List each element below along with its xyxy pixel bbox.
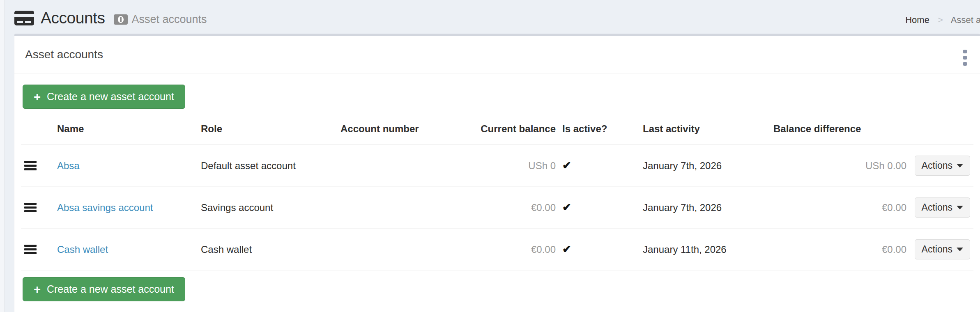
vertical-ellipsis-icon[interactable] [963,50,967,66]
actions-button[interactable]: Actions [915,156,970,176]
actions-button[interactable]: Actions [915,239,970,259]
column-header-role: Role [198,114,337,145]
collapsed-sidebar-strip [0,0,5,312]
caret-down-icon [957,164,963,167]
actions-cell: Actions [910,145,973,187]
actions-cell: Actions [910,229,973,271]
name-cell: Cash wallet [54,229,198,271]
asset-accounts-card: Asset accounts + Create a new asset acco… [14,34,980,312]
actions-button-label: Actions [922,160,952,171]
last-activity-cell: January 7th, 2026 [640,145,770,187]
breadcrumb-home-link[interactable]: Home [905,15,929,25]
create-asset-account-button-top[interactable]: + Create a new asset account [23,85,185,109]
account-name-link[interactable]: Absa [57,160,80,171]
column-header-is-active: Is active? [559,114,640,145]
is-active-cell: ✔ [559,145,640,187]
balance-difference-cell: €0.00 [770,187,910,229]
content-wrapper: Accounts Asset accounts Home > Asset acc… [5,0,980,312]
current-balance-cell: €0.00 [473,187,559,229]
column-header-last-activity: Last activity [640,114,770,145]
account-number-cell [337,145,473,187]
breadcrumb-current: Asset accounts [951,15,980,25]
actions-cell: Actions [910,187,973,229]
account-name-link[interactable]: Cash wallet [57,244,108,255]
column-header-drag [21,114,54,145]
actions-button[interactable]: Actions [915,197,970,218]
check-icon: ✔ [562,159,571,172]
role-cell: Cash wallet [198,229,337,271]
plus-icon: + [34,285,41,294]
column-header-actions [910,114,973,145]
credit-card-icon [14,11,34,25]
caret-down-icon [957,206,963,209]
drag-handle-icon[interactable] [24,245,37,254]
table-header-row: Name Role Account number Current balance… [21,114,973,145]
drag-handle-icon[interactable] [24,161,37,170]
balance-difference-cell: USh 0.00 [770,145,910,187]
table-row: Absa savings account Savings account €0.… [21,187,973,229]
table-row: Absa Default asset account USh 0 ✔ Janua… [21,145,973,187]
check-icon: ✔ [562,201,571,213]
money-bill-icon [114,14,128,25]
column-header-name: Name [54,114,198,145]
card-body: + Create a new asset account Name Role A… [14,74,980,312]
page-title: Accounts [41,9,105,27]
table-row: Cash wallet Cash wallet €0.00 ✔ January … [21,229,973,271]
current-balance-cell: €0.00 [473,229,559,271]
asset-accounts-table: Name Role Account number Current balance… [21,114,973,271]
drag-cell [21,229,54,271]
account-number-cell [337,229,473,271]
caret-down-icon [957,248,963,251]
drag-cell [21,145,54,187]
role-cell: Savings account [198,187,337,229]
name-cell: Absa [54,145,198,187]
name-cell: Absa savings account [54,187,198,229]
account-name-link[interactable]: Absa savings account [57,202,153,213]
last-activity-cell: January 7th, 2026 [640,187,770,229]
drag-handle-icon[interactable] [24,203,37,212]
balance-difference-cell: €0.00 [770,229,910,271]
current-balance-cell: USh 0 [473,145,559,187]
is-active-cell: ✔ [559,229,640,271]
column-header-current-balance: Current balance [473,114,559,145]
last-activity-cell: January 11th, 2026 [640,229,770,271]
card-header: Asset accounts [14,36,980,74]
table-body: Absa Default asset account USh 0 ✔ Janua… [21,145,973,271]
role-cell: Default asset account [198,145,337,187]
create-asset-account-button-bottom[interactable]: + Create a new asset account [23,277,185,301]
breadcrumb: Home > Asset accounts [905,15,980,25]
column-header-account-number: Account number [337,114,473,145]
card-title: Asset accounts [25,48,969,61]
create-button-label: Create a new asset account [47,91,174,103]
plus-icon: + [34,92,41,101]
check-icon: ✔ [562,243,571,255]
is-active-cell: ✔ [559,187,640,229]
actions-button-label: Actions [922,202,952,213]
drag-cell [21,187,54,229]
page-subtitle: Asset accounts [131,13,207,26]
actions-button-label: Actions [922,244,952,255]
page-header: Accounts Asset accounts Home > Asset acc… [14,0,980,34]
create-button-label: Create a new asset account [47,283,174,295]
breadcrumb-separator: > [938,15,943,25]
column-header-balance-difference: Balance difference [770,114,910,145]
account-number-cell [337,187,473,229]
